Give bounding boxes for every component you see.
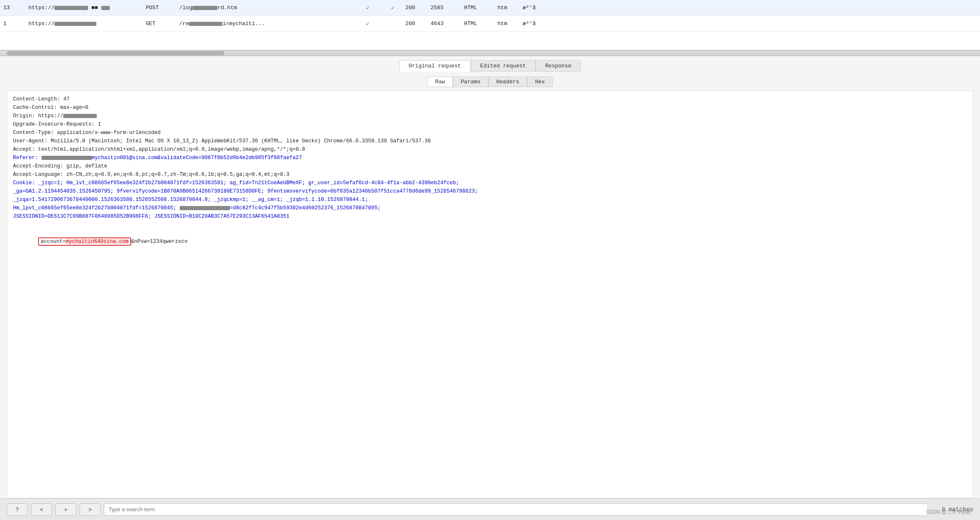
sub-tabs: Raw Params Headers Hex xyxy=(0,75,980,90)
tab-headers[interactable]: Headers xyxy=(488,77,527,87)
post-data-line: account=mychaitin%40sina.com&nPsw=1234qw… xyxy=(13,229,967,254)
header-accept-language: Accept-Language: zh-CN,zh;q=0.9,en;q=0.8… xyxy=(13,170,967,179)
tab-response[interactable]: Response xyxy=(536,60,581,72)
header-content-length: Content-Length: 47 xyxy=(13,95,967,103)
row-title: æ²'å xyxy=(523,21,590,27)
header-origin: Origin: https:// xyxy=(13,112,967,120)
next-button[interactable]: > xyxy=(80,503,101,516)
header-accept: Accept: text/html,application/xhtml+xml,… xyxy=(13,145,967,154)
post-data-highlighted: account=mychaitin%40sina.com xyxy=(38,237,131,246)
row-url: /rei=mychaiti... xyxy=(179,21,355,27)
header-content-type: Content-Type: application/x-www-form-url… xyxy=(13,129,967,137)
prev-button[interactable]: < xyxy=(31,503,52,516)
help-button[interactable]: ? xyxy=(7,503,28,516)
main-container: 13 https:// ■■ POST /logrd.htm ✓ ✓ 200 2… xyxy=(0,0,980,520)
row-length: 4643 xyxy=(431,21,464,27)
add-button[interactable]: + xyxy=(55,503,76,516)
row-ext: htm xyxy=(498,5,523,11)
horizontal-scrollbar[interactable] xyxy=(0,50,980,56)
bottom-panel: Original request Edited request Response… xyxy=(0,56,980,520)
header-referer: Referer: mychaitin001@sina.com&validateC… xyxy=(13,154,967,162)
row-method: GET xyxy=(146,21,179,27)
table-row[interactable]: 13 https:// ■■ POST /logrd.htm ✓ ✓ 200 2… xyxy=(0,0,980,16)
table-area: 13 https:// ■■ POST /logrd.htm ✓ ✓ 200 2… xyxy=(0,0,980,50)
row-title: æ²'å xyxy=(523,5,590,11)
header-cookie-1: Cookie: _jzqc=1; Hm_lvt_c08665ef65ee8e32… xyxy=(13,179,967,187)
row-host: https:// xyxy=(28,21,146,27)
tab-raw[interactable]: Raw xyxy=(427,77,453,87)
post-password: &nPsw=1234qwerzxcv xyxy=(131,239,188,245)
tab-params[interactable]: Params xyxy=(453,77,488,87)
row-ext: htm xyxy=(498,21,523,27)
watermark: CSDN @二手卡西欧 xyxy=(926,509,972,516)
row-url: /logrd.htm xyxy=(179,5,355,11)
row-host: https:// ■■ xyxy=(28,5,146,11)
scrollbar-thumb[interactable] xyxy=(7,51,224,55)
tab-hex[interactable]: Hex xyxy=(527,77,553,87)
row-id: 1 xyxy=(3,21,28,27)
search-bar: ? < + > 0 matches xyxy=(0,498,980,520)
row-method: POST xyxy=(146,5,179,11)
row-status: 200 xyxy=(405,21,431,27)
row-check1: ✓ xyxy=(355,5,380,11)
search-input[interactable] xyxy=(104,503,928,516)
row-mime: HTML xyxy=(464,21,498,27)
row-status: 200 xyxy=(405,5,431,11)
post-email: mychaitin%40sina.com xyxy=(66,239,129,245)
row-length: 2585 xyxy=(431,5,464,11)
header-cookie-4: Hm_lpvt_c08665ef65ee8e324f2b27b004071fdf… xyxy=(13,204,967,212)
header-user-agent: User-Agent: Mozilla/5.0 (Macintosh; Inte… xyxy=(13,137,967,145)
row-check2: ✓ xyxy=(380,5,405,11)
header-cookie-2: _ga=GA1.2.1194454035.1526450795; 9fvervi… xyxy=(13,187,967,196)
row-mime: HTML xyxy=(464,5,498,11)
header-cookie-3: _jzqa=1.5417290673678440000.1526363580.1… xyxy=(13,196,967,204)
request-tabs: Original request Edited request Response xyxy=(0,56,980,75)
tab-original-request[interactable]: Original request xyxy=(399,60,471,72)
tab-edited-request[interactable]: Edited request xyxy=(471,60,536,72)
row-check1: ✓ xyxy=(355,21,380,27)
table-row[interactable]: 1 https:// GET /rei=mychaiti... ✓ 200 46… xyxy=(0,16,980,32)
row-id: 13 xyxy=(3,5,28,11)
header-accept-encoding: Accept-Encoding: gzip, deflate xyxy=(13,162,967,170)
header-cache-control: Cache-Control: max-age=0 xyxy=(13,103,967,112)
content-area[interactable]: Content-Length: 47 Cache-Control: max-ag… xyxy=(7,90,973,498)
header-upgrade: Upgrade-Insecure-Requests: 1 xyxy=(13,120,967,129)
header-cookie-5: JSESSIONID=DE613C7C99B887F0640985D52B908… xyxy=(13,212,967,221)
